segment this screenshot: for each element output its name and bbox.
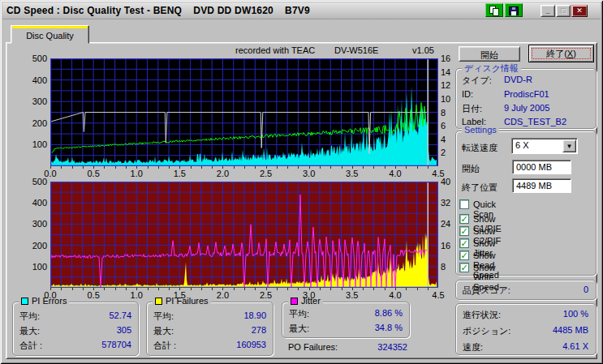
exit-button-label: 終了( — [546, 49, 567, 58]
end-position-input[interactable]: 4489 MB — [512, 178, 571, 193]
disc-date-value: 9 July 2005 — [504, 103, 549, 113]
checkbox-icon — [459, 199, 469, 209]
axis-tick-label: 2.5 — [256, 290, 276, 300]
axis-tick-label: 1.5 — [170, 169, 189, 178]
minimize-icon: _ — [545, 6, 549, 15]
axis-tick-label: 14 — [441, 67, 450, 77]
axis-tick-label: 300 — [26, 96, 47, 106]
scan-version: v1.05 — [412, 45, 434, 55]
chevron-down-icon[interactable]: ▼ — [562, 139, 576, 152]
transfer-speed-select[interactable]: 6 X ▼ — [511, 138, 578, 154]
axis-tick-label: 4.0 — [385, 169, 405, 178]
axis-tick-label: 3.5 — [342, 290, 362, 300]
exit-button[interactable]: 終了(X) — [528, 45, 594, 62]
axis-tick-label: 1.0 — [127, 169, 146, 178]
axis-tick-label: 0.5 — [84, 290, 103, 300]
maximize-button[interactable]: □ — [556, 5, 571, 17]
disc-type-label: タイプ: — [462, 75, 492, 87]
pi-failures-color-swatch — [155, 298, 162, 305]
start-position-input[interactable]: 0000 MB — [512, 160, 571, 174]
axis-tick-label: 300 — [26, 219, 47, 229]
pi-errors-panel: PI Errors 平均: 52.74 最大: 305 合計 : 578704 — [12, 302, 139, 356]
close-icon: ✕ — [576, 6, 583, 15]
position-value: 4485 MB — [523, 325, 588, 335]
pi-failures-panel: PI Failures 平均: 18.90 最大: 278 合計 : 16095… — [146, 302, 274, 356]
axis-tick-label: 2.0 — [213, 290, 232, 300]
avg-label: 平均: — [153, 310, 174, 323]
x-axis-ticks-top — [50, 166, 438, 169]
start-position-value: 0000 MB — [516, 162, 552, 172]
po-failures-value: 324352 — [341, 342, 407, 352]
tab-disc-quality[interactable]: Disc Quality — [11, 25, 89, 44]
window-title: CD Speed : Disc Quality Test - BENQ DVD … — [6, 5, 310, 16]
axis-tick-label: 100 — [26, 262, 47, 272]
axis-tick-label: 40 — [441, 177, 450, 186]
transfer-speed-value: 6 X — [515, 140, 529, 150]
total-label: 合計 : — [153, 340, 176, 352]
axis-tick-label: 200 — [26, 118, 47, 128]
close-button[interactable]: ✕ — [571, 5, 588, 17]
avg-label: 平均: — [289, 308, 309, 320]
maximize-icon: □ — [561, 6, 565, 15]
progress-label: 進行状況: — [463, 309, 501, 321]
checkbox-icon: ✓ — [459, 238, 469, 248]
tab-label: Disc Quality — [26, 31, 74, 41]
disc-id-label: ID: — [462, 89, 473, 99]
save-button[interactable] — [505, 3, 523, 17]
axis-tick-label: 500 — [26, 54, 47, 63]
axis-tick-label: 0.5 — [84, 169, 103, 178]
axis-tick-label: 100 — [26, 139, 47, 149]
pif-jitter-chart — [50, 182, 438, 288]
avg-value: 52.74 — [67, 310, 131, 320]
bottom-chart-svg — [50, 182, 438, 288]
disc-id-value: ProdiscF01 — [504, 89, 549, 99]
avg-label: 平均: — [19, 310, 40, 323]
quality-score-label: 品質スコア: — [463, 285, 510, 297]
axis-tick-label: 2 — [441, 148, 446, 157]
axis-tick-label: 1.5 — [170, 290, 189, 300]
end-position-label: 終了位置 — [462, 182, 497, 194]
axis-tick-label: 4.5 — [429, 290, 448, 300]
max-value: 34.8 % — [338, 323, 403, 332]
quality-score-value: 0 — [540, 285, 588, 294]
settings-title: Settings — [462, 125, 499, 135]
jitter-color-swatch — [291, 298, 298, 305]
axis-tick-label: 400 — [26, 198, 47, 208]
speed-value: 4.61 X — [523, 341, 588, 351]
position-label: ポジション: — [463, 325, 510, 337]
max-value: 305 — [67, 325, 131, 335]
speed-label: 速度: — [463, 341, 483, 353]
checkbox-icon: ✓ — [459, 251, 469, 260]
pie-speed-chart — [50, 58, 438, 166]
disc-label-value: CDS_TEST_B2 — [504, 117, 566, 126]
copy-button[interactable] — [485, 3, 503, 17]
transfer-speed-label: 転送速度 — [462, 142, 497, 154]
jitter-panel: Jitter 平均: 8.86 % 最大: 34.8 % — [282, 302, 410, 338]
checkbox-icon: ✓ — [459, 226, 469, 236]
disc-type-value: DVD-R — [504, 75, 532, 84]
axis-tick-label: 3.5 — [342, 169, 362, 178]
minimize-button[interactable]: _ — [541, 5, 555, 17]
max-value: 278 — [201, 325, 266, 335]
disc-date-label: 日付: — [462, 103, 482, 115]
axis-tick-label: 0.0 — [41, 290, 60, 300]
end-position-value: 4489 MB — [516, 181, 552, 191]
progress-value: 100 % — [523, 309, 588, 319]
total-value: 578704 — [67, 340, 131, 349]
x-axis-ticks-bottom — [50, 288, 438, 290]
max-label: 最大: — [289, 323, 309, 335]
start-button-label: 開始 — [480, 50, 498, 60]
pi-errors-color-swatch — [21, 298, 28, 305]
start-button[interactable]: 開始 — [459, 46, 520, 62]
axis-tick-label: 2.0 — [213, 169, 232, 178]
axis-tick-label: 4.0 — [385, 290, 405, 300]
axis-tick-label: 200 — [26, 241, 47, 251]
checkbox-icon: ✓ — [459, 263, 469, 272]
max-label: 最大: — [153, 325, 174, 337]
axis-tick-label: 24 — [441, 219, 450, 229]
total-value: 160953 — [201, 340, 266, 349]
po-failures-label: PO Failures: — [288, 342, 338, 352]
axis-tick-label: 32 — [441, 198, 450, 208]
avg-value: 18.90 — [201, 310, 266, 320]
checkbox-icon: ✓ — [459, 214, 469, 224]
